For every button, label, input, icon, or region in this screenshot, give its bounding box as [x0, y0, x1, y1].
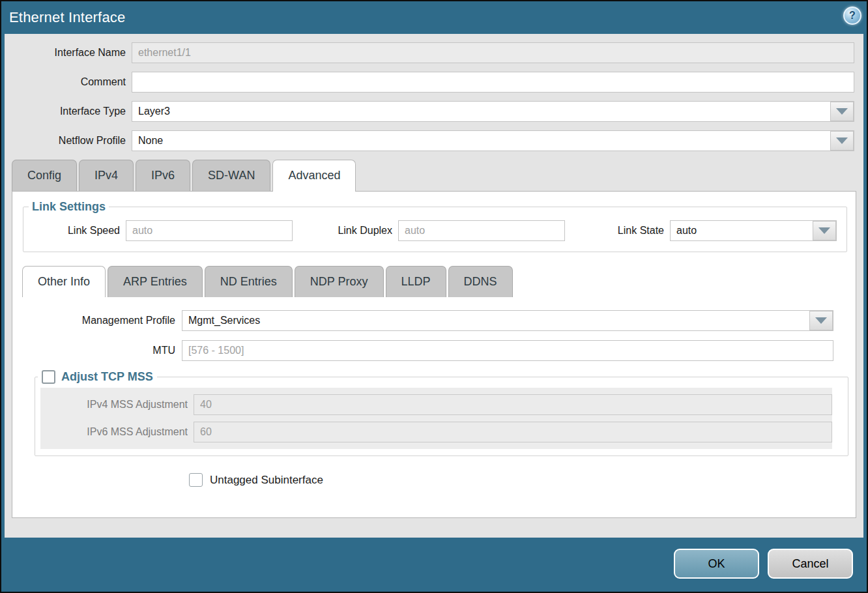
chevron-down-icon	[836, 108, 848, 115]
tab-config[interactable]: Config	[12, 160, 77, 191]
mss-disabled-area: IPv4 MSS Adjustment IPv6 MSS Adjustment	[40, 388, 832, 449]
ok-button[interactable]: OK	[674, 549, 759, 579]
adjust-tcp-mss-legend: Adjust TCP MSS	[38, 370, 157, 384]
tab-nd-entries[interactable]: ND Entries	[205, 266, 293, 297]
link-duplex-label: Link Duplex	[293, 225, 398, 237]
mtu-row: MTU	[12, 340, 856, 361]
comment-label: Comment	[5, 76, 132, 88]
management-profile-row: Management Profile	[12, 310, 856, 331]
tab-lldp[interactable]: LLDP	[386, 266, 446, 297]
link-settings-group: Link Settings Link Speed Link Duplex Lin…	[23, 200, 847, 252]
netflow-profile-dropdown-button[interactable]	[830, 131, 854, 151]
management-profile-field[interactable]	[182, 310, 833, 331]
other-info-panel: Management Profile MTU	[12, 297, 856, 487]
interface-name-label: Interface Name	[5, 47, 132, 59]
mtu-field[interactable]	[182, 340, 833, 361]
help-icon-glyph: ?	[849, 10, 856, 22]
tab-ndp-proxy[interactable]: NDP Proxy	[295, 266, 384, 297]
sub-tabstrip: Other Info ARP Entries ND Entries NDP Pr…	[22, 266, 856, 297]
dialog-content: Interface Name Comment Interface Type Ne…	[5, 34, 863, 538]
tab-ipv4[interactable]: IPv4	[79, 160, 134, 191]
link-state-dropdown-button[interactable]	[813, 221, 836, 240]
link-speed-field[interactable]	[126, 220, 293, 241]
comment-field[interactable]	[132, 72, 854, 93]
tab-sd-wan[interactable]: SD-WAN	[192, 160, 270, 191]
interface-name-field	[132, 42, 854, 63]
netflow-profile-field[interactable]	[132, 130, 854, 151]
ipv6-mss-row: IPv6 MSS Adjustment	[40, 422, 832, 442]
interface-type-field[interactable]	[132, 101, 854, 122]
help-icon[interactable]: ?	[843, 7, 861, 25]
chevron-down-icon	[818, 227, 830, 234]
netflow-profile-label: Netflow Profile	[5, 135, 132, 147]
ipv4-mss-label: IPv4 MSS Adjustment	[40, 399, 194, 411]
mtu-label: MTU	[12, 345, 182, 356]
ipv4-mss-field	[194, 394, 832, 415]
untagged-subinterface-checkbox[interactable]	[189, 473, 203, 487]
link-settings-legend: Link Settings	[29, 200, 109, 214]
link-state-field[interactable]	[670, 220, 837, 241]
management-profile-label: Management Profile	[12, 315, 182, 326]
link-duplex-field[interactable]	[398, 220, 565, 241]
ipv4-mss-row: IPv4 MSS Adjustment	[40, 394, 832, 415]
untagged-subinterface-row: Untagged Subinterface	[189, 473, 856, 487]
ethernet-interface-dialog: Ethernet Interface ? Interface Name Comm…	[0, 0, 868, 593]
adjust-tcp-mss-checkbox[interactable]	[42, 370, 55, 384]
tab-arp-entries[interactable]: ARP Entries	[108, 266, 203, 297]
interface-type-label: Interface Type	[5, 106, 132, 117]
comment-row: Comment	[5, 72, 863, 93]
dialog-footer: OK Cancel	[1, 538, 867, 592]
untagged-subinterface-label: Untagged Subinterface	[210, 474, 323, 487]
management-profile-dropdown-button[interactable]	[809, 311, 833, 330]
tab-other-info[interactable]: Other Info	[22, 266, 106, 297]
tab-ipv6[interactable]: IPv6	[136, 160, 190, 191]
ipv6-mss-field	[194, 422, 832, 442]
cancel-button[interactable]: Cancel	[768, 549, 853, 579]
netflow-profile-row: Netflow Profile	[5, 130, 863, 151]
dialog-title: Ethernet Interface	[9, 9, 125, 26]
link-settings-row: Link Speed Link Duplex Link State	[23, 214, 846, 252]
interface-type-row: Interface Type	[5, 101, 863, 122]
interface-type-dropdown-button[interactable]	[830, 102, 854, 121]
tab-advanced[interactable]: Advanced	[272, 160, 356, 191]
tab-ddns[interactable]: DDNS	[448, 266, 513, 297]
link-state-label: Link State	[565, 225, 670, 237]
main-tabstrip: Config IPv4 IPv6 SD-WAN Advanced	[12, 160, 863, 191]
link-settings-legend-text: Link Settings	[32, 200, 106, 214]
interface-name-row: Interface Name	[5, 42, 863, 63]
link-speed-label: Link Speed	[23, 225, 126, 237]
advanced-tab-panel: Link Settings Link Speed Link Duplex Lin…	[12, 191, 856, 518]
chevron-down-icon	[836, 137, 848, 144]
dialog-titlebar: Ethernet Interface ?	[1, 1, 867, 34]
ipv6-mss-label: IPv6 MSS Adjustment	[40, 426, 194, 438]
adjust-tcp-mss-legend-text: Adjust TCP MSS	[61, 370, 153, 384]
adjust-tcp-mss-group: Adjust TCP MSS IPv4 MSS Adjustment IPv6 …	[35, 370, 848, 456]
chevron-down-icon	[815, 317, 827, 324]
